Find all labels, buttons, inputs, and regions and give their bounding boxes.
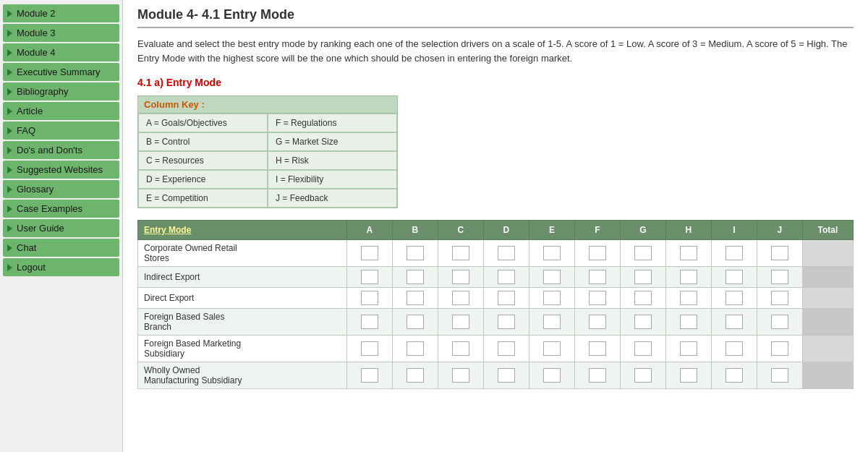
entry-score-cell[interactable]	[574, 362, 620, 389]
entry-score-cell[interactable]	[574, 267, 620, 288]
entry-score-cell[interactable]	[620, 362, 665, 389]
entry-score-cell[interactable]	[483, 240, 529, 267]
entry-score-cell[interactable]	[346, 240, 392, 267]
entry-score-cell[interactable]	[757, 267, 802, 288]
entry-score-cell[interactable]	[620, 288, 665, 309]
score-input[interactable]	[589, 246, 606, 260]
entry-score-cell[interactable]	[392, 362, 438, 389]
entry-score-cell[interactable]	[620, 336, 665, 362]
score-input[interactable]	[452, 315, 469, 329]
sidebar-item-case-examples[interactable]: Case Examples	[3, 200, 119, 218]
score-input[interactable]	[726, 368, 743, 383]
sidebar-item-module4[interactable]: Module 4	[3, 43, 119, 61]
score-input[interactable]	[543, 270, 561, 284]
entry-score-cell[interactable]	[392, 309, 438, 336]
score-input[interactable]	[543, 368, 561, 383]
entry-score-cell[interactable]	[620, 309, 665, 336]
entry-score-cell[interactable]	[392, 288, 438, 309]
score-input[interactable]	[634, 315, 652, 329]
score-input[interactable]	[771, 315, 788, 329]
sidebar-item-user-guide[interactable]: User Guide	[3, 219, 119, 237]
score-input[interactable]	[407, 291, 424, 305]
sidebar-item-suggested-websites[interactable]: Suggested Websites	[3, 161, 119, 179]
entry-score-cell[interactable]	[483, 288, 529, 309]
sidebar-item-faq[interactable]: FAQ	[3, 121, 119, 140]
entry-score-cell[interactable]	[438, 309, 483, 336]
entry-mode-link[interactable]: Entry Mode	[144, 225, 191, 235]
entry-score-cell[interactable]	[711, 240, 757, 267]
score-input[interactable]	[452, 291, 469, 305]
entry-score-cell[interactable]	[529, 240, 574, 267]
score-input[interactable]	[771, 270, 788, 284]
score-input[interactable]	[589, 368, 606, 383]
entry-score-cell[interactable]	[711, 267, 757, 288]
score-input[interactable]	[407, 315, 424, 329]
score-input[interactable]	[543, 246, 561, 260]
sidebar-item-module2[interactable]: Module 2	[3, 4, 119, 22]
sidebar-item-chat[interactable]: Chat	[3, 239, 119, 257]
score-input[interactable]	[498, 270, 515, 284]
score-input[interactable]	[361, 368, 378, 383]
score-input[interactable]	[634, 270, 652, 284]
entry-score-cell[interactable]	[711, 362, 757, 389]
entry-score-cell[interactable]	[529, 309, 574, 336]
score-input[interactable]	[680, 246, 697, 260]
entry-score-cell[interactable]	[529, 362, 574, 389]
entry-score-cell[interactable]	[757, 336, 802, 362]
entry-score-cell[interactable]	[757, 240, 802, 267]
score-input[interactable]	[771, 291, 788, 305]
score-input[interactable]	[726, 270, 743, 284]
score-input[interactable]	[726, 291, 743, 305]
score-input[interactable]	[726, 341, 743, 356]
entry-score-cell[interactable]	[529, 267, 574, 288]
entry-score-cell[interactable]	[483, 362, 529, 389]
score-input[interactable]	[498, 315, 515, 329]
entry-score-cell[interactable]	[757, 309, 802, 336]
score-input[interactable]	[452, 246, 469, 260]
entry-score-cell[interactable]	[392, 267, 438, 288]
score-input[interactable]	[498, 341, 515, 356]
sidebar-item-logout[interactable]: Logout	[3, 258, 119, 276]
sidebar-item-bibliography[interactable]: Bibliography	[3, 82, 119, 101]
score-input[interactable]	[589, 341, 606, 356]
entry-score-cell[interactable]	[574, 240, 620, 267]
score-input[interactable]	[589, 315, 606, 329]
score-input[interactable]	[680, 368, 697, 383]
score-input[interactable]	[452, 270, 469, 284]
entry-score-cell[interactable]	[438, 362, 483, 389]
score-input[interactable]	[498, 291, 515, 305]
score-input[interactable]	[589, 291, 606, 305]
entry-score-cell[interactable]	[665, 309, 711, 336]
entry-score-cell[interactable]	[757, 288, 802, 309]
score-input[interactable]	[680, 315, 697, 329]
entry-score-cell[interactable]	[529, 288, 574, 309]
score-input[interactable]	[771, 246, 788, 260]
entry-score-cell[interactable]	[438, 240, 483, 267]
score-input[interactable]	[771, 368, 788, 383]
sidebar-item-article[interactable]: Article	[3, 102, 119, 120]
entry-score-cell[interactable]	[574, 288, 620, 309]
entry-score-cell[interactable]	[665, 288, 711, 309]
entry-score-cell[interactable]	[665, 336, 711, 362]
entry-score-cell[interactable]	[620, 240, 665, 267]
entry-score-cell[interactable]	[346, 362, 392, 389]
score-input[interactable]	[407, 368, 424, 383]
score-input[interactable]	[498, 246, 515, 260]
score-input[interactable]	[543, 291, 561, 305]
score-input[interactable]	[680, 270, 697, 284]
score-input[interactable]	[771, 341, 788, 356]
entry-score-cell[interactable]	[483, 309, 529, 336]
entry-score-cell[interactable]	[529, 336, 574, 362]
score-input[interactable]	[452, 341, 469, 356]
entry-score-cell[interactable]	[438, 336, 483, 362]
entry-score-cell[interactable]	[346, 336, 392, 362]
score-input[interactable]	[361, 246, 378, 260]
entry-score-cell[interactable]	[711, 288, 757, 309]
entry-score-cell[interactable]	[665, 240, 711, 267]
entry-score-cell[interactable]	[392, 336, 438, 362]
entry-score-cell[interactable]	[346, 309, 392, 336]
score-input[interactable]	[361, 315, 378, 329]
entry-score-cell[interactable]	[346, 267, 392, 288]
entry-score-cell[interactable]	[711, 336, 757, 362]
score-input[interactable]	[543, 315, 561, 329]
